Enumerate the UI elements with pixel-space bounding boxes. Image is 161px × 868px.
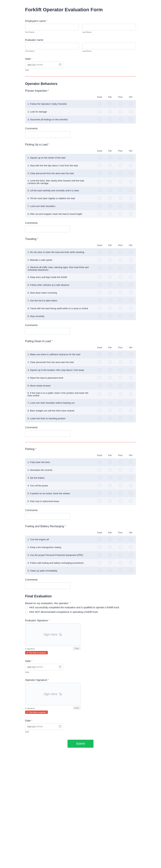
putting-radio[interactable] [98,368,101,371]
preuse-radio[interactable] [98,110,101,113]
traveling-radio[interactable] [108,283,112,286]
putting-radio[interactable] [98,409,101,412]
picking-radio[interactable] [98,212,101,215]
evaluator-first-name-input[interactable] [25,43,79,49]
fueling-radio[interactable] [129,561,132,564]
traveling-radio[interactable] [129,250,132,253]
picking-radio[interactable] [119,189,122,192]
final-option-hasnot[interactable]: HAS NOT demonstrated competence in opera… [25,611,136,614]
parking-radio[interactable] [108,476,112,479]
parking-radio[interactable] [129,460,132,464]
traveling-radio[interactable] [108,314,112,317]
putting-radio[interactable] [119,352,122,356]
putting-radio[interactable] [129,368,132,371]
parking-radio[interactable] [98,468,101,471]
picking-radio[interactable] [98,189,101,192]
picking-radio[interactable] [108,204,112,208]
parking-radio[interactable] [98,492,101,495]
op-sig-clear-button[interactable]: Clear [73,706,80,710]
picking-radio[interactable] [119,196,122,199]
traveling-radio[interactable] [119,258,122,261]
submit-button[interactable]: Submit [68,740,93,748]
parking-radio[interactable] [98,476,101,479]
date3-input[interactable] [25,723,63,730]
picking-radio[interactable] [119,164,122,167]
traveling-radio[interactable] [129,307,132,310]
putting-radio[interactable] [108,416,112,420]
employee-last-name-input[interactable] [82,24,136,30]
putting-radio[interactable] [129,361,132,364]
putting-radio[interactable] [129,352,132,356]
fueling-radio[interactable] [119,553,122,556]
fueling-radio[interactable] [119,538,122,541]
traveling-radio[interactable] [98,250,101,253]
putting-radio[interactable] [108,376,112,379]
traveling-radio[interactable] [108,267,112,270]
fueling-radio[interactable] [98,561,101,564]
parking-radio[interactable] [119,468,122,471]
parking-radio[interactable] [129,468,132,471]
putting-radio[interactable] [129,401,132,404]
parking-radio[interactable] [119,492,122,495]
picking-radio[interactable] [129,204,132,208]
traveling-radio[interactable] [119,250,122,253]
parking-radio[interactable] [108,484,112,487]
preuse-radio[interactable] [129,118,132,121]
radio-icon[interactable] [25,611,28,614]
traveling-radio[interactable] [129,267,132,270]
fueling-radio[interactable] [108,546,112,549]
traveling-comments-input[interactable] [25,328,70,335]
parking-radio[interactable] [119,484,122,487]
putting-radio[interactable] [108,409,112,412]
fueling-radio[interactable] [108,553,112,556]
traveling-radio[interactable] [108,291,112,294]
traveling-radio[interactable] [98,307,101,310]
traveling-radio[interactable] [98,314,101,317]
picking-radio[interactable] [98,172,101,175]
fueling-radio[interactable] [108,569,112,572]
traveling-radio[interactable] [108,299,112,302]
traveling-radio[interactable] [98,275,101,278]
putting-radio[interactable] [98,384,101,387]
traveling-radio[interactable] [108,275,112,278]
preuse-comments-input[interactable] [25,131,70,138]
putting-radio[interactable] [98,376,101,379]
fueling-radio[interactable] [129,546,132,549]
preuse-radio[interactable] [108,118,112,121]
fueling-radio[interactable] [119,569,122,572]
fueling-radio[interactable] [129,538,132,541]
preuse-radio[interactable] [98,102,101,105]
fueling-radio[interactable] [98,546,101,549]
fueling-radio[interactable] [129,569,132,572]
fueling-radio[interactable] [98,569,101,572]
picking-radio[interactable] [98,164,101,167]
traveling-radio[interactable] [108,307,112,310]
picking-radio[interactable] [108,172,112,175]
date2-input[interactable] [25,664,63,671]
parking-radio[interactable] [108,499,112,503]
parking-radio[interactable] [108,460,112,464]
putting-radio[interactable] [119,361,122,364]
parking-comments-input[interactable] [25,513,70,520]
picking-radio[interactable] [108,212,112,215]
putting-radio[interactable] [98,401,101,404]
final-option-has[interactable]: HAS successfully completed the evaluatio… [25,606,136,609]
parking-radio[interactable] [129,492,132,495]
picking-radio[interactable] [108,196,112,199]
picking-radio[interactable] [98,156,101,159]
picking-radio[interactable] [129,196,132,199]
putting-radio[interactable] [108,352,112,356]
picking-radio[interactable] [119,180,122,183]
parking-radio[interactable] [108,468,112,471]
picking-radio[interactable] [98,196,101,199]
traveling-radio[interactable] [98,258,101,261]
putting-radio[interactable] [108,361,112,364]
putting-radio[interactable] [119,368,122,371]
parking-radio[interactable] [119,460,122,464]
putting-radio[interactable] [119,401,122,404]
putting-radio[interactable] [129,409,132,412]
picking-radio[interactable] [98,204,101,208]
traveling-radio[interactable] [108,258,112,261]
traveling-radio[interactable] [119,275,122,278]
putting-radio[interactable] [98,393,101,396]
